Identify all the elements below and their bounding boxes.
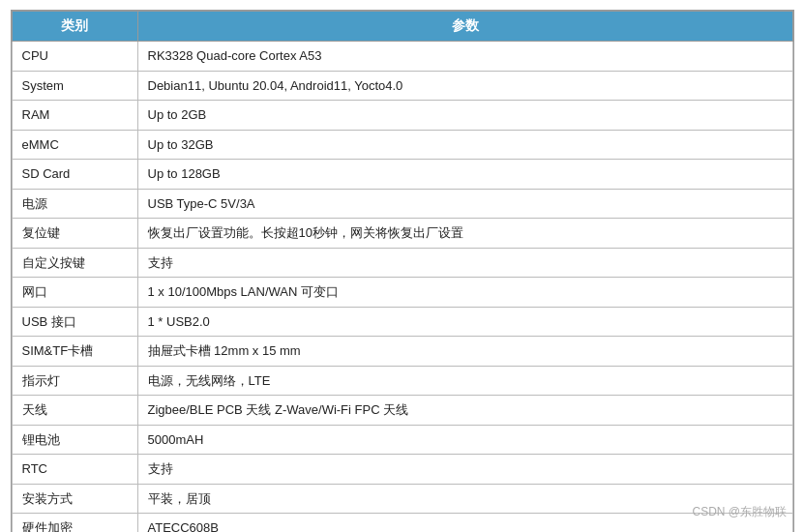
table-row: 网口1 x 10/100Mbps LAN/WAN 可变口 bbox=[12, 278, 792, 308]
cell-value: Up to 128GB bbox=[137, 160, 792, 190]
cell-value: 支持 bbox=[137, 248, 792, 278]
table-row: 电源USB Type-C 5V/3A bbox=[12, 189, 792, 219]
cell-category: 网口 bbox=[12, 278, 137, 308]
cell-category: 指示灯 bbox=[12, 366, 137, 396]
cell-value: 1 * USB2.0 bbox=[137, 307, 792, 337]
cell-value: 平装，居顶 bbox=[137, 484, 792, 514]
header-value: 参数 bbox=[137, 12, 792, 42]
cell-category: RAM bbox=[12, 101, 137, 131]
table-row: USB 接口1 * USB2.0 bbox=[12, 307, 792, 337]
table-row: 复位键恢复出厂设置功能。长按超10秒钟，网关将恢复出厂设置 bbox=[12, 219, 792, 249]
cell-category: 天线 bbox=[12, 396, 137, 426]
cell-category: SD Card bbox=[12, 160, 137, 190]
cell-value: Zigbee/BLE PCB 天线 Z-Wave/Wi-Fi FPC 天线 bbox=[137, 396, 792, 426]
cell-value: 5000mAH bbox=[137, 425, 792, 455]
cell-value: Debian11, Ubuntu 20.04, Android11, Yocto… bbox=[137, 71, 792, 101]
cell-value: 恢复出厂设置功能。长按超10秒钟，网关将恢复出厂设置 bbox=[137, 219, 792, 249]
cell-value: 电源，无线网络，LTE bbox=[137, 366, 792, 396]
spec-table-wrapper: 类别 参数 CPURK3328 Quad-core Cortex A53Syst… bbox=[11, 10, 794, 532]
cell-value: ATECC608B bbox=[137, 514, 792, 533]
cell-category: 电源 bbox=[12, 189, 137, 219]
cell-category: System bbox=[12, 71, 137, 101]
cell-value: Up to 2GB bbox=[137, 101, 792, 131]
table-row: SystemDebian11, Ubuntu 20.04, Android11,… bbox=[12, 71, 792, 101]
table-row: RTC支持 bbox=[12, 455, 792, 485]
table-row: 自定义按键支持 bbox=[12, 248, 792, 278]
cell-category: SIM&TF卡槽 bbox=[12, 337, 137, 367]
cell-category: 硬件加密 bbox=[12, 514, 137, 533]
header-category: 类别 bbox=[12, 12, 137, 42]
cell-category: 复位键 bbox=[12, 219, 137, 249]
table-row: 锂电池5000mAH bbox=[12, 425, 792, 455]
cell-value: 支持 bbox=[137, 455, 792, 485]
table-row: 指示灯电源，无线网络，LTE bbox=[12, 366, 792, 396]
cell-category: eMMC bbox=[12, 130, 137, 160]
table-row: 安装方式平装，居顶 bbox=[12, 484, 792, 514]
cell-value: 抽屉式卡槽 12mm x 15 mm bbox=[137, 337, 792, 367]
table-row: RAMUp to 2GB bbox=[12, 101, 792, 131]
cell-value: RK3328 Quad-core Cortex A53 bbox=[137, 42, 792, 72]
table-row: 天线Zigbee/BLE PCB 天线 Z-Wave/Wi-Fi FPC 天线 bbox=[12, 396, 792, 426]
spec-table: 类别 参数 CPURK3328 Quad-core Cortex A53Syst… bbox=[12, 11, 793, 532]
table-row: eMMCUp to 32GB bbox=[12, 130, 792, 160]
cell-category: 锂电池 bbox=[12, 425, 137, 455]
cell-category: RTC bbox=[12, 455, 137, 485]
table-row: 硬件加密ATECC608B bbox=[12, 514, 792, 533]
table-row: CPURK3328 Quad-core Cortex A53 bbox=[12, 42, 792, 72]
cell-value: USB Type-C 5V/3A bbox=[137, 189, 792, 219]
table-header-row: 类别 参数 bbox=[12, 12, 792, 42]
table-row: SD CardUp to 128GB bbox=[12, 160, 792, 190]
cell-category: CPU bbox=[12, 42, 137, 72]
table-row: SIM&TF卡槽抽屉式卡槽 12mm x 15 mm bbox=[12, 337, 792, 367]
cell-value: 1 x 10/100Mbps LAN/WAN 可变口 bbox=[137, 278, 792, 308]
cell-category: USB 接口 bbox=[12, 307, 137, 337]
cell-value: Up to 32GB bbox=[137, 130, 792, 160]
cell-category: 安装方式 bbox=[12, 484, 137, 514]
cell-category: 自定义按键 bbox=[12, 248, 137, 278]
